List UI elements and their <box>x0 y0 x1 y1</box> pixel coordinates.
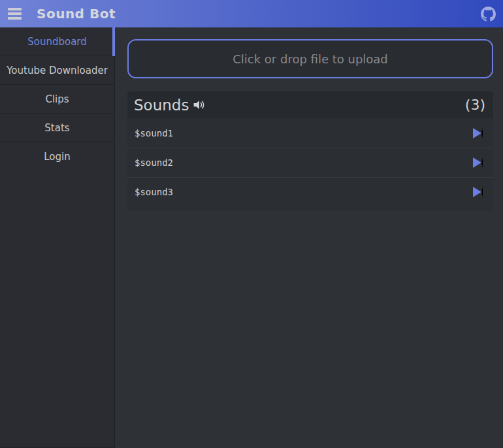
sound-list-item: $sound1 <box>127 118 493 148</box>
sidebar-item-soundboard[interactable]: Soundboard <box>0 27 114 56</box>
app-title: Sound Bot <box>37 6 116 22</box>
app-header: Sound Bot <box>0 0 503 27</box>
play-icon[interactable] <box>473 157 483 168</box>
sound-name: $sound3 <box>135 187 173 197</box>
sounds-panel: Sounds (3) $sound1 $sound2 <box>127 91 493 211</box>
sidebar-item-label: Youtube Downloader <box>7 65 108 76</box>
hamburger-menu-icon[interactable] <box>0 0 29 27</box>
sounds-panel-header: Sounds (3) <box>127 91 493 118</box>
sounds-count-badge: (3) <box>465 97 485 113</box>
sidebar-item-youtube-downloader[interactable]: Youtube Downloader <box>0 56 114 85</box>
play-icon[interactable] <box>473 187 483 197</box>
sidebar-item-label: Login <box>44 151 70 163</box>
sidebar: Soundboard Youtube Downloader Clips Stat… <box>0 27 115 448</box>
sounds-title: Sounds <box>134 97 189 114</box>
sidebar-item-label: Clips <box>45 93 69 105</box>
sidebar-item-stats[interactable]: Stats <box>0 114 114 142</box>
sound-name: $sound2 <box>135 157 173 168</box>
main-panel: Click or drop file to upload Sounds (3) <box>115 27 503 448</box>
hamburger-bar <box>8 12 22 15</box>
sidebar-item-clips[interactable]: Clips <box>0 85 114 114</box>
hamburger-bar <box>8 8 22 10</box>
sidebar-item-label: Stats <box>44 122 69 134</box>
sound-list-item: $sound2 <box>127 148 493 177</box>
sidebar-item-label: Soundboard <box>27 36 87 48</box>
speaker-volume-icon <box>192 98 206 112</box>
app-window: Sound Bot Soundboard Youtube Downloader … <box>0 0 503 448</box>
hamburger-bar <box>8 17 22 20</box>
github-icon[interactable] <box>481 7 496 22</box>
content-area: Soundboard Youtube Downloader Clips Stat… <box>0 27 503 448</box>
play-icon[interactable] <box>473 128 483 138</box>
sound-name: $sound1 <box>135 128 173 138</box>
file-upload-dropzone[interactable]: Click or drop file to upload <box>127 39 493 78</box>
dropzone-label: Click or drop file to upload <box>233 52 388 66</box>
sound-list-item: $sound3 <box>127 177 493 206</box>
sidebar-item-login[interactable]: Login <box>0 142 114 171</box>
